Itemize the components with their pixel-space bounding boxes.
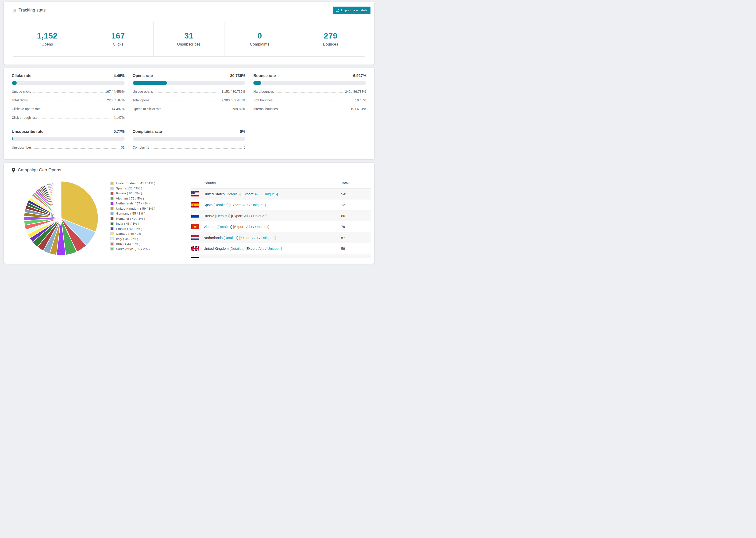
- export-unique-link-united-kingdom[interactable]: Unique ›: [267, 246, 281, 250]
- rate-title-bounce-rate: Bounce rate: [253, 74, 276, 78]
- legend-swatch-vietnam: [110, 197, 114, 200]
- geo-total-cell: 67: [341, 236, 371, 240]
- rate-title-unsubscribe-rate: Unsubscribe rate: [12, 129, 43, 134]
- flag-es: [191, 202, 199, 207]
- legend-swatch-united-kingdom: [110, 207, 114, 210]
- bar-chart-icon: [12, 8, 16, 13]
- legend-swatch-france: [110, 227, 114, 230]
- export-all-link-united-states[interactable]: All ›: [254, 192, 261, 196]
- stat-label-complaints: Complaints: [225, 42, 295, 46]
- geo-total-cell: 59: [341, 246, 371, 250]
- geo-country-cell: Netherlands [Details ›] [Export: All › /…: [191, 235, 341, 240]
- progress-bar-unsubscribe-rate: [12, 137, 125, 140]
- legend-label-south-africa: South Africa ( 29 / 2% ): [116, 247, 150, 251]
- geo-table-header-country: Country: [191, 181, 341, 185]
- rate-row-label: Total opens: [133, 98, 149, 102]
- legend-swatch-russia: [110, 192, 114, 195]
- geo-table-row-netherlands: Netherlands [Details ›] [Export: All › /…: [191, 232, 371, 243]
- geo-country-cell: United Kingdom [Details ›] [Export: All …: [191, 246, 341, 251]
- legend-swatch-south-africa: [110, 247, 114, 250]
- geo-table-row-spain: Spain [Details ›] [Export: All › / Uniqu…: [191, 199, 371, 211]
- rate-row-value: 220 / 5.87%: [107, 98, 125, 102]
- legend-swatch-india: [110, 222, 114, 225]
- progress-bar-opens-rate: [133, 81, 245, 85]
- progress-bar-complaints-rate: [133, 137, 245, 140]
- export-unique-link-vietnam[interactable]: Unique ›: [255, 225, 269, 229]
- tracking-stats-card: Tracking stats Export basic stats 1,152O…: [4, 2, 374, 65]
- progress-fill-clicks-rate: [12, 81, 17, 85]
- geo-country-cell: United States [Details ›] [Export: All ›…: [191, 191, 341, 196]
- export-unique-link-russia[interactable]: Unique ›: [253, 214, 266, 218]
- rate-block-bounce-rate: Bounce rate6.927%Hard bounces242 / 86.73…: [253, 74, 366, 120]
- legend-item-united-states: United States ( 541 / 31% ): [110, 182, 191, 185]
- rate-row-hard-bounces: Hard bounces242 / 86.738%: [253, 90, 366, 93]
- dotted-leader: [151, 101, 219, 101]
- details-link-united-states[interactable]: Details ›: [227, 192, 240, 196]
- rate-title-opens-rate: Opens rate: [133, 74, 153, 78]
- export-unique-link-spain[interactable]: Unique ›: [251, 203, 265, 207]
- details-link-russia[interactable]: Details ›: [216, 214, 229, 218]
- progress-bar-bounce-rate: [253, 81, 366, 85]
- rate-row-value: 18 / 0%: [355, 98, 366, 102]
- rate-row-internal-bounces: Internal bounces19 / 6.81%: [253, 107, 366, 111]
- export-all-link-spain[interactable]: All ›: [242, 203, 248, 207]
- geo-table-header-total: Total: [341, 181, 371, 185]
- export-unique-link-netherlands[interactable]: Unique ›: [261, 236, 275, 240]
- rate-value-opens-rate: 30.736%: [230, 74, 245, 78]
- rate-row-label: Unsubscribes: [12, 145, 32, 149]
- export-all-link-russia[interactable]: All ›: [244, 214, 250, 218]
- rate-row-unique-clicks: Unique clicks167 / 4.456%: [12, 90, 125, 93]
- export-all-link-netherlands[interactable]: All ›: [252, 236, 258, 240]
- export-unique-link-united-states[interactable]: Unique ›: [263, 192, 277, 196]
- legend-label-canada: Canada ( 40 / 2% ): [116, 232, 143, 236]
- details-link-united-kingdom[interactable]: Details ›: [231, 246, 243, 250]
- rate-value-clicks-rate: 4.46%: [114, 74, 125, 78]
- geo-table-row-russia: Russia [Details ›] [Export: All › / Uniq…: [191, 210, 371, 221]
- details-link-vietnam[interactable]: Details ›: [218, 225, 231, 229]
- legend-swatch-germany: [110, 212, 114, 215]
- stat-bounces: 279Bounces: [295, 22, 366, 56]
- progress-fill-unsubscribe-rate: [12, 137, 13, 140]
- legend-item-netherlands: Netherlands ( 67 / 4% ): [110, 202, 191, 205]
- geo-total-cell: 121: [341, 203, 371, 207]
- export-all-link-united-kingdom[interactable]: All ›: [258, 246, 264, 250]
- stat-value-clicks: 167: [83, 31, 153, 40]
- geo-country-text: United States [Details ›] [Export: All ›…: [203, 192, 278, 196]
- geo-table-row-united-kingdom: United Kingdom [Details ›] [Export: All …: [191, 243, 371, 254]
- geo-country-cell: Russia [Details ›] [Export: All › / Uniq…: [191, 213, 341, 218]
- geo-country-cell: Vietnam [Details ›] [Export: All › / Uni…: [191, 224, 341, 229]
- export-button-label: Export basic stats: [341, 9, 367, 12]
- progress-fill-bounce-rate: [253, 81, 261, 85]
- geo-country-text: Netherlands [Details ›] [Export: All › /…: [203, 236, 276, 240]
- geo-country-text: Russia [Details ›] [Export: All › / Uniq…: [203, 214, 267, 218]
- rate-row-label: Clicks to opens rate: [12, 107, 41, 111]
- legend-label-italy: Italy ( 36 / 2% ): [116, 237, 138, 241]
- legend-item-germany: Germany ( 55 / 3% ): [110, 212, 191, 215]
- geo-table-row-united-states: United States [Details ›] [Export: All ›…: [191, 188, 371, 199]
- stat-value-complaints: 0: [225, 31, 295, 40]
- rate-value-complaints-rate: 0%: [240, 129, 245, 134]
- rate-row-value: 0: [244, 145, 245, 149]
- legend-item-united-kingdom: United Kingdom ( 59 / 3% ): [110, 207, 191, 210]
- summary-stats-grid: 1,152Opens167Clicks31Unsubscribes0Compla…: [12, 22, 366, 57]
- rate-value-unsubscribe-rate: 0.77%: [114, 129, 125, 134]
- rate-row-value: 14.497%: [112, 107, 125, 111]
- rate-row-label: Hard bounces: [253, 90, 274, 93]
- legend-swatch-netherlands: [110, 202, 114, 205]
- geo-total-cell: 86: [341, 214, 371, 218]
- details-link-spain[interactable]: Details ›: [215, 203, 228, 207]
- geo-total-cell: 541: [341, 192, 371, 196]
- flag-us: [191, 191, 199, 196]
- dotted-leader: [276, 92, 343, 93]
- legend-item-brazil: Brazil ( 33 / 2% ): [110, 242, 191, 245]
- rate-title-clicks-rate: Clicks rate: [12, 74, 31, 78]
- export-basic-stats-button[interactable]: Export basic stats: [333, 7, 370, 14]
- stat-label-unsubscribes: Unsubscribes: [153, 42, 224, 46]
- rate-row-value: 2,303 / 61.446%: [221, 98, 245, 102]
- rates-card: Clicks rate4.46%Unique clicks167 / 4.456…: [4, 68, 374, 159]
- stat-complaints: 0Complaints: [225, 22, 296, 56]
- geo-country-cell: Spain [Details ›] [Export: All › / Uniqu…: [191, 202, 341, 207]
- export-all-link-vietnam[interactable]: All ›: [246, 225, 252, 229]
- details-link-netherlands[interactable]: Details ›: [225, 236, 237, 240]
- dotted-leader: [30, 101, 105, 101]
